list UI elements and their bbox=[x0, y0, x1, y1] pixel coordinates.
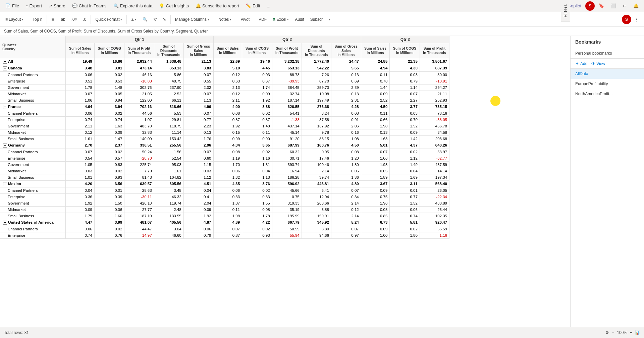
view-bookmark-button[interactable]: 👁 View bbox=[591, 61, 605, 66]
cell-value: 0.74 bbox=[66, 116, 95, 123]
cell-value: 4.28 bbox=[331, 103, 361, 110]
grid-button[interactable]: ⊞ bbox=[49, 16, 57, 23]
expand-collapse-icon[interactable]: − bbox=[3, 182, 7, 186]
more-menu[interactable]: ... bbox=[264, 2, 273, 10]
cell-value: 0.90 bbox=[242, 135, 272, 142]
cell-value: 542.22 bbox=[302, 65, 331, 71]
cell-value: 1.12 bbox=[183, 174, 213, 180]
audit-button[interactable]: Audit bbox=[292, 16, 307, 23]
cell-value: 52.54 bbox=[154, 155, 183, 161]
cell-value: 1.19 bbox=[213, 155, 242, 161]
segment-label: Enterprise bbox=[0, 116, 66, 123]
cell-value: 0.94 bbox=[94, 97, 124, 103]
format2-button[interactable]: .0 bbox=[80, 16, 89, 23]
cell-value: 3.67 bbox=[361, 180, 390, 187]
cell-value: 0.07 bbox=[66, 91, 95, 97]
cell-value: 6.73 bbox=[361, 219, 390, 226]
cell-value: 0.09 bbox=[94, 129, 124, 135]
pdf-button[interactable]: PDF bbox=[256, 16, 269, 23]
cell-value: 7.26 bbox=[302, 71, 331, 78]
cell-value: 0.05 bbox=[94, 91, 124, 97]
user-profile[interactable]: S bbox=[622, 15, 631, 24]
segment-label: Channel Partners bbox=[0, 71, 66, 78]
table-row: −All19.4916.862,632.441,638.4821.1322.69… bbox=[0, 58, 449, 65]
table-row: Government2.111.63483.70118.752.231.921.… bbox=[0, 123, 449, 129]
add-bookmark-button[interactable]: ＋ Add bbox=[575, 61, 587, 66]
bookmark-alldata[interactable]: AllData bbox=[571, 69, 644, 79]
cell-value: 336.51 bbox=[124, 142, 154, 149]
cell-value: 4.50 bbox=[331, 142, 361, 149]
cell-value: 0.04 bbox=[66, 187, 95, 193]
layout-button[interactable]: ≡ Layout ▾ bbox=[3, 16, 26, 23]
cell-value: 44.56 bbox=[124, 110, 154, 116]
export-menu[interactable]: ↑ Export bbox=[23, 2, 45, 10]
cell-value: 4.30 bbox=[390, 65, 420, 71]
sum-button[interactable]: Σ ▾ bbox=[128, 16, 139, 23]
view-icon: 👁 bbox=[591, 61, 595, 66]
quickformat-button[interactable]: Quick Format ▾ bbox=[93, 16, 125, 23]
cell-value: 1.63 bbox=[361, 135, 390, 142]
cell-value: 1.96 bbox=[361, 200, 390, 206]
settings-btn[interactable]: ⋮ bbox=[632, 16, 641, 23]
cell-value: 237.90 bbox=[154, 84, 183, 91]
layout-toggle[interactable]: ⬜ bbox=[608, 2, 619, 10]
cell-value: 6.41 bbox=[302, 187, 331, 193]
cell-value: 0.12 bbox=[331, 206, 361, 213]
table-area[interactable]: QuarterCountry Qtr 1 Qtr 2 Qtr 3 Sum of … bbox=[0, 36, 570, 327]
expand-collapse-icon[interactable]: − bbox=[3, 144, 7, 148]
edit-menu[interactable]: ✏️ Edit bbox=[243, 2, 263, 10]
cell-value: 4.89 bbox=[213, 219, 242, 226]
mc-arrow: ▾ bbox=[208, 18, 209, 21]
manage-columns-button[interactable]: Manage Columns ▾ bbox=[172, 16, 212, 23]
subscr-button[interactable]: Subscr bbox=[308, 16, 325, 23]
cell-value: 12.94 bbox=[302, 193, 331, 200]
cell-value: 5.10 bbox=[213, 65, 242, 71]
zoom-level: 100% bbox=[617, 330, 627, 335]
bookmark-europe[interactable]: EuropeProfitability bbox=[571, 79, 644, 89]
search-button[interactable]: 🔍 bbox=[140, 16, 150, 23]
expand-collapse-icon[interactable]: − bbox=[3, 105, 7, 109]
zoom-in-button[interactable]: + bbox=[630, 330, 632, 335]
file-menu[interactable]: 📄 File bbox=[3, 2, 22, 10]
subscribe-menu[interactable]: 🔔 Subscribe to report bbox=[193, 2, 242, 10]
cell-value: 1.92 bbox=[242, 97, 272, 103]
cell-value: -30.11 bbox=[124, 193, 154, 200]
explore-menu[interactable]: 🔍 Explore this data bbox=[111, 2, 155, 10]
expand-collapse-icon[interactable]: − bbox=[3, 66, 7, 70]
notes-arrow: ▾ bbox=[230, 18, 231, 21]
topn-button[interactable]: Top n bbox=[30, 16, 45, 23]
cell-value: 3.11 bbox=[390, 180, 420, 187]
notification-btn[interactable]: 🔔 bbox=[631, 2, 641, 10]
pivot-button[interactable]: Pivot bbox=[238, 16, 252, 23]
more-options[interactable]: ↩ bbox=[620, 2, 629, 10]
segment-label: Enterprise bbox=[0, 78, 66, 84]
notes-button[interactable]: Notes ▾ bbox=[216, 16, 234, 23]
cell-value: 0.08 bbox=[331, 149, 361, 155]
filter-button[interactable]: ▽ bbox=[151, 16, 159, 23]
insights-menu[interactable]: 💡 Get insights bbox=[156, 2, 192, 10]
share-menu[interactable]: ↗ Share bbox=[46, 2, 68, 10]
excel-button[interactable]: X Excel ▾ bbox=[270, 16, 291, 23]
format1-button[interactable]: .0# bbox=[69, 16, 80, 23]
zoom-out-button[interactable]: − bbox=[612, 330, 614, 335]
cell-value: 4.47 bbox=[66, 219, 95, 226]
view-button[interactable]: ab bbox=[58, 16, 68, 23]
cell-value: 4.35 bbox=[213, 180, 242, 187]
user-avatar[interactable]: S bbox=[585, 1, 595, 11]
bookmark-northamerica[interactable]: NorthAmericaProfit... bbox=[571, 89, 644, 99]
cell-value: 30.71 bbox=[272, 155, 302, 161]
bookmark-btn[interactable]: 🔖 bbox=[596, 2, 607, 10]
expand-button[interactable]: ⤡ bbox=[160, 16, 169, 23]
cell-value: 0.05 bbox=[361, 168, 390, 174]
settings-icon[interactable]: ⚙ bbox=[605, 330, 609, 335]
cell-value: 319.33 bbox=[272, 200, 302, 206]
q2-grosssales-header: Sum of GrossSalesin Millions bbox=[331, 43, 361, 58]
q1-sales-header: Sum of Salesin Millions bbox=[66, 43, 95, 58]
expand-collapse-icon[interactable]: − bbox=[3, 60, 7, 64]
expand-collapse-icon[interactable]: − bbox=[3, 221, 7, 225]
cell-value: 0.97 bbox=[331, 232, 361, 238]
chart-icon[interactable]: 📊 bbox=[635, 330, 640, 335]
cell-value: 4.37 bbox=[390, 142, 420, 149]
teams-menu[interactable]: 💬 Chat in Teams bbox=[69, 2, 109, 10]
more-toolbar[interactable]: › bbox=[326, 16, 333, 23]
